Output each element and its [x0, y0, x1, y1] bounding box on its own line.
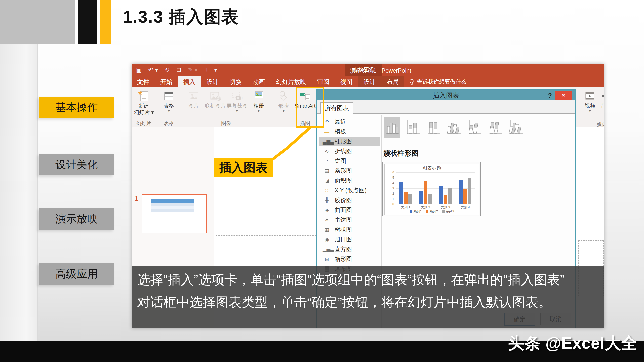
y-tick-label: 6 [392, 171, 394, 174]
ribbon-button-new-slide[interactable]: 新建幻灯片 ▾ [133, 88, 155, 116]
save-icon[interactable]: ▣ [136, 66, 142, 73]
y-tick-label: 5 [392, 176, 394, 179]
caption-line-1: 选择“插入”选项卡，单击“插图”选项组中的“图表”按钮，在弹出的“插入图表” [137, 271, 565, 289]
chart-type-label: 雷达图 [335, 216, 352, 224]
ribbon-tab-文件[interactable]: 文件 [132, 76, 155, 87]
subtype-thumb-堆积柱形图[interactable] [405, 117, 421, 138]
ribbon-tab-插入[interactable]: 插入 [178, 76, 201, 87]
chart-type-icon: ▬ [323, 129, 331, 134]
chart-type-icon: ⊟ [323, 256, 331, 262]
bar-系列2-类别 2 [424, 181, 427, 204]
legend-swatch [410, 210, 412, 213]
ribbon-button-shapes[interactable]: 形状▾ [273, 88, 294, 113]
chart-type-箱形图[interactable]: ⊟箱形图 [319, 254, 380, 264]
ribbon-tab-审阅[interactable]: 审阅 [312, 76, 335, 87]
accent-bar-black [78, 0, 97, 44]
screenshot-icon: + [231, 89, 243, 103]
ribbon-button-label: 屏幕截图 [226, 103, 248, 109]
ribbon-button-online-picture[interactable]: 联机图片 [205, 88, 226, 109]
ribbon-button-label: 表格 [164, 103, 174, 109]
ribbon-tab-设计[interactable]: 设计 [201, 76, 224, 87]
thumb-table-header [151, 199, 194, 203]
redo-icon[interactable]: ↻ [165, 66, 170, 73]
sidebar-item-advanced-apps[interactable]: 高级应用 [39, 263, 114, 285]
sidebar-item-design-beautify[interactable]: 设计美化 [39, 154, 114, 175]
subtype-thumb-三维簇状柱形图[interactable] [446, 117, 462, 138]
caption-band: 选择“插入”选项卡，单击“插图”选项组中的“图表”按钮，在弹出的“插入图表” 对… [132, 266, 604, 328]
chart-type-icon: ✶ [323, 217, 331, 223]
shapes-icon [278, 89, 289, 103]
ribbon-button-table[interactable]: 表格▾ [158, 88, 180, 113]
bar-系列3-类别 4 [468, 178, 471, 204]
chart-type-模板[interactable]: ▬模板 [319, 127, 380, 137]
chart-type-icon: ◢ [323, 178, 331, 184]
close-icon[interactable]: ✕ [555, 91, 572, 100]
ribbon-button-video[interactable]: 视频▾ [582, 88, 598, 113]
chart-type-最近[interactable]: ↶最近 [319, 117, 380, 127]
ribbon-button-label: ▾ [258, 109, 259, 113]
touch-mode-icon[interactable]: ✎ ▾ [188, 66, 198, 73]
chart-type-label: X Y (散点图) [335, 187, 367, 194]
ribbon-button-label: ▾ [283, 109, 284, 113]
window-title: 演示文稿1 - PowerPoint [350, 67, 411, 75]
chart-type-icon: ▤ [323, 168, 331, 174]
tab-all-charts[interactable]: 所有图表 [320, 102, 353, 114]
chart-preview[interactable]: 图表标题 0123456类别 1类别 2类别 3类别 4 系列1系列2系列3 [384, 164, 479, 215]
thumb-table-row [151, 209, 194, 212]
chart-type-旭日图[interactable]: ◉旭日图 [319, 235, 380, 244]
ribbon-button-picture[interactable]: 图片 [183, 88, 205, 109]
subtype-thumb-三维柱形图[interactable] [508, 117, 524, 138]
watermark: 头条 @Excel大全 [508, 332, 637, 354]
ribbon-tab-视图[interactable]: 视图 [335, 76, 358, 87]
chart-type-曲面图[interactable]: ◈曲面图 [319, 205, 380, 215]
chart-type-label: 柱形图 [335, 138, 352, 145]
subtype-thumb-三维堆积柱形图[interactable] [466, 117, 483, 138]
chart-type-折线图[interactable]: ∿折线图 [319, 146, 380, 156]
chart-type-柱形图[interactable]: ▃▆▄柱形图 [319, 137, 380, 146]
chart-preview-box: 图表标题 0123456类别 1类别 2类别 3类别 4 系列1系列2系列3 [382, 162, 481, 216]
ribbon-group-表格: 表格▾表格 [156, 87, 181, 127]
ribbon-tab-切换[interactable]: 切换 [224, 76, 247, 87]
ribbon-button-photo-album[interactable]: 相册▾ [248, 88, 269, 113]
chart-type-label: 模板 [335, 128, 346, 135]
chart-type-直方图[interactable]: ▂▅▃直方图 [319, 244, 380, 254]
bar-系列2-类别 3 [444, 195, 447, 204]
chart-type-X Y (散点图)[interactable]: ∷X Y (散点图) [319, 186, 380, 195]
slide-thumbnail[interactable] [142, 194, 207, 233]
subtype-thumb-百分比堆积柱形图[interactable] [425, 117, 442, 138]
start-slideshow-icon[interactable]: ⊡ [176, 66, 181, 73]
ribbon-button-screenshot[interactable]: +屏幕截图▾ [226, 88, 248, 113]
ribbon-button-audio[interactable]: 音频▾ [598, 88, 604, 113]
ribbon-button-label: ▾ [168, 109, 170, 113]
corner-gray-block [0, 0, 75, 44]
ribbon-tab-布局[interactable]: 布局 [381, 76, 404, 87]
chart-type-面积图[interactable]: ◢面积图 [319, 176, 380, 186]
dialog-titlebar[interactable]: 插入图表 ? ✕ [317, 90, 575, 100]
ribbon-tab-幻灯片放映[interactable]: 幻灯片放映 [270, 76, 312, 87]
help-icon[interactable]: ? [548, 92, 552, 99]
chart-type-雷达图[interactable]: ✶雷达图 [319, 215, 380, 225]
chart-type-label: 最近 [335, 118, 346, 126]
tell-me-box[interactable]: 告诉我你想要做什么 [404, 76, 467, 87]
customize-qat-icon[interactable]: ▾ [214, 66, 217, 73]
chart-type-icon: ▂▅▃ [323, 246, 331, 252]
chart-type-股价图[interactable]: ╫股价图 [319, 195, 380, 205]
y-tick-label: 2 [392, 192, 394, 195]
chart-type-icon: ∷ [323, 188, 331, 194]
video-icon [584, 89, 596, 103]
y-tick-label: 3 [392, 187, 394, 190]
undo-icon[interactable]: ↶ ▾ [148, 66, 158, 73]
chart-type-树状图[interactable]: ▦树状图 [319, 225, 380, 235]
sidebar-item-presentation-show[interactable]: 演示放映 [39, 208, 114, 230]
chart-type-饼图[interactable]: ◔饼图 [319, 156, 380, 166]
powerpoint-titlebar: ▣↶ ▾↻⊡✎ ▾⌗▾ 表格工具 演示文稿1 - PowerPoint [132, 64, 604, 76]
layout-grid-icon[interactable]: ⌗ [204, 66, 208, 73]
subtype-thumb-三维百分比堆积柱形图[interactable] [487, 117, 504, 138]
chart-type-label: 旭日图 [335, 236, 352, 243]
subtype-thumb-簇状柱形图[interactable] [384, 117, 400, 138]
sidebar-item-basic-operations[interactable]: 基本操作 [39, 97, 114, 118]
ribbon-tab-开始[interactable]: 开始 [155, 76, 178, 87]
ribbon-tab-动画[interactable]: 动画 [247, 76, 270, 87]
ribbon-tab-设计[interactable]: 设计 [358, 76, 381, 87]
chart-type-条形图[interactable]: ▤条形图 [319, 166, 380, 176]
